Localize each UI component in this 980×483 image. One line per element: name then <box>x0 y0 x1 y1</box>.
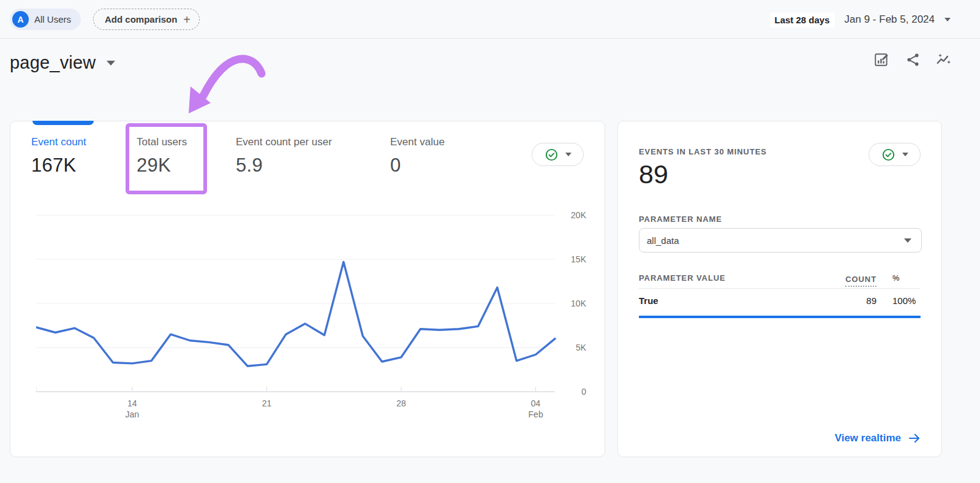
metric-label: Event count <box>31 136 86 148</box>
count-header[interactable]: COUNT <box>845 275 876 287</box>
x-axis-tick-sublabel: Jan <box>126 409 140 419</box>
event-selector-caret-icon[interactable] <box>107 61 115 66</box>
x-axis-tick-label: 21 <box>262 398 272 408</box>
selected-metric-tab-indicator <box>32 121 94 125</box>
event-count-series-line <box>36 262 555 366</box>
edit-chart-icon <box>873 51 889 67</box>
metric-tab-event-value[interactable]: Event value 0 <box>390 136 445 177</box>
metric-tab-event-count[interactable]: Event count 167K <box>31 136 86 177</box>
date-range-picker[interactable]: Last 28 days Jan 9 - Feb 5, 2024 <box>770 10 951 29</box>
table-row: True 89 100% <box>639 295 921 306</box>
parameter-table-header: PARAMETER VALUE COUNT % <box>639 273 921 284</box>
all-users-label: All Users <box>34 14 71 25</box>
parameter-value-cell: True <box>639 295 839 306</box>
add-comparison-button[interactable]: Add comparison + <box>93 9 200 30</box>
insights-button[interactable] <box>936 51 952 67</box>
add-comparison-label: Add comparison <box>105 14 177 25</box>
date-range-text: Jan 9 - Feb 5, 2024 <box>845 13 935 26</box>
data-quality-dropdown[interactable] <box>532 143 584 166</box>
data-quality-dropdown[interactable] <box>869 143 921 166</box>
percent-cell: 100% <box>876 295 921 306</box>
parameter-value-header: PARAMETER VALUE <box>639 273 839 283</box>
check-circle-icon <box>881 148 895 162</box>
annotation-arrow <box>172 48 276 121</box>
metric-value: 167K <box>31 154 86 177</box>
metric-label: Event value <box>390 136 445 148</box>
toolbar-icons <box>873 51 952 67</box>
y-axis-tick-label: 5K <box>576 343 587 352</box>
edit-chart-button[interactable] <box>873 51 889 67</box>
chevron-down-icon <box>565 153 571 156</box>
all-users-chip[interactable]: A All Users <box>10 9 81 30</box>
realtime-event-count: 89 <box>639 159 668 189</box>
view-realtime-link[interactable]: View realtime <box>835 432 921 444</box>
metric-tab-event-count-per-user[interactable]: Event count per user 5.9 <box>236 136 332 177</box>
y-axis-tick-label: 20K <box>571 210 587 220</box>
chevron-down-icon <box>904 238 911 243</box>
topbar: A All Users Add comparison + Last 28 day… <box>0 0 980 39</box>
metric-value: 29K <box>137 154 187 177</box>
y-axis-tick-label: 0 <box>581 387 586 397</box>
metric-label: Total users <box>137 136 187 148</box>
parameter-name-value: all_data <box>647 235 679 246</box>
chevron-down-icon <box>902 153 908 156</box>
all-users-avatar: A <box>12 11 29 28</box>
event-metrics-card: Event count 167K Total users 29K Event c… <box>10 121 605 457</box>
x-axis-tick-label: 04 <box>531 398 541 408</box>
event-count-line-chart[interactable]: 05K10K15K20K14Jan212804Feb <box>36 209 587 420</box>
view-realtime-label: View realtime <box>835 432 901 444</box>
page-title: page_view <box>10 53 96 73</box>
count-cell: 89 <box>839 295 876 306</box>
x-axis-tick-sublabel: Feb <box>529 409 543 419</box>
metric-value: 0 <box>390 154 445 177</box>
title-row: page_view <box>10 53 115 73</box>
divider <box>639 288 921 289</box>
percent-header: % <box>876 273 921 283</box>
date-preset-label: Last 28 days <box>770 12 835 28</box>
x-axis-tick-label: 14 <box>127 398 137 408</box>
realtime-card: EVENTS IN LAST 30 MINUTES 89 PARAMETER N… <box>617 121 942 457</box>
share-icon <box>905 52 921 67</box>
share-button[interactable] <box>905 51 921 67</box>
check-circle-icon <box>545 148 559 162</box>
metric-value: 5.9 <box>236 154 332 177</box>
realtime-header: EVENTS IN LAST 30 MINUTES <box>639 147 767 156</box>
metric-label: Event count per user <box>236 136 332 148</box>
metric-tab-total-users[interactable]: Total users 29K <box>137 136 187 177</box>
insights-icon <box>936 51 952 67</box>
chevron-down-icon <box>944 18 951 21</box>
y-axis-tick-label: 10K <box>571 299 587 308</box>
y-axis-tick-label: 15K <box>571 254 587 264</box>
arrow-right-icon <box>908 433 921 443</box>
count-progress-bar <box>639 316 921 318</box>
parameter-name-label: PARAMETER NAME <box>639 215 722 224</box>
plus-icon: + <box>183 13 190 26</box>
parameter-name-select[interactable]: all_data <box>639 228 922 253</box>
x-axis-tick-label: 28 <box>396 398 406 408</box>
